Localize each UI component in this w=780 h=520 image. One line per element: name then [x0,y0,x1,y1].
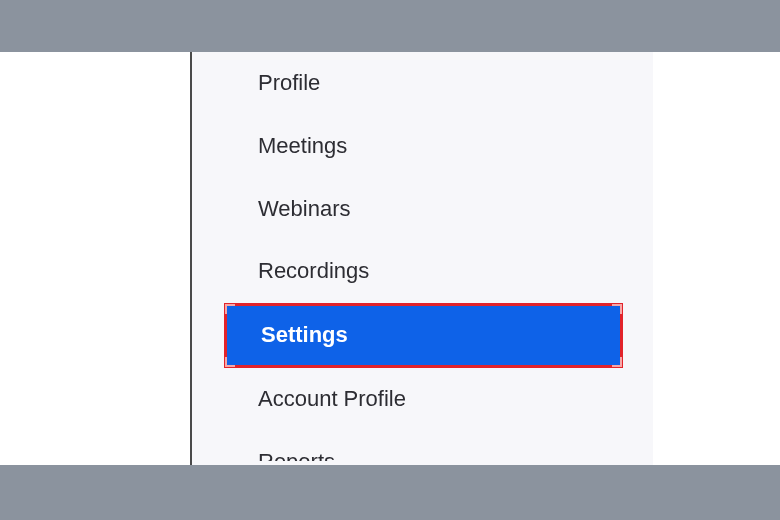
sidebar-item-reports[interactable]: Reports [192,431,653,461]
content-frame: Profile Meetings Webinars Recordings Set… [0,52,780,465]
sidebar-nav: Profile Meetings Webinars Recordings Set… [190,52,653,465]
sidebar-item-account-profile[interactable]: Account Profile [192,368,653,431]
highlight-corner-icon [225,304,235,314]
sidebar-item-label: Reports [258,449,335,461]
sidebar-item-label: Profile [258,70,320,95]
highlight-corner-icon [612,357,622,367]
sidebar-item-profile[interactable]: Profile [192,52,653,115]
sidebar-item-settings[interactable]: Settings [224,303,623,368]
highlight-corner-icon [612,304,622,314]
sidebar-item-meetings[interactable]: Meetings [192,115,653,178]
sidebar-item-recordings[interactable]: Recordings [192,240,653,303]
sidebar-item-webinars[interactable]: Webinars [192,178,653,241]
highlight-corner-icon [225,357,235,367]
nav-list: Profile Meetings Webinars Recordings Set… [192,52,653,461]
sidebar-item-label: Meetings [258,133,347,158]
sidebar-item-label: Account Profile [258,386,406,411]
sidebar-item-label: Recordings [258,258,369,283]
bottom-decorative-bar [0,465,780,520]
sidebar-item-label: Settings [261,322,348,347]
sidebar-item-label: Webinars [258,196,351,221]
top-decorative-bar [0,0,780,52]
